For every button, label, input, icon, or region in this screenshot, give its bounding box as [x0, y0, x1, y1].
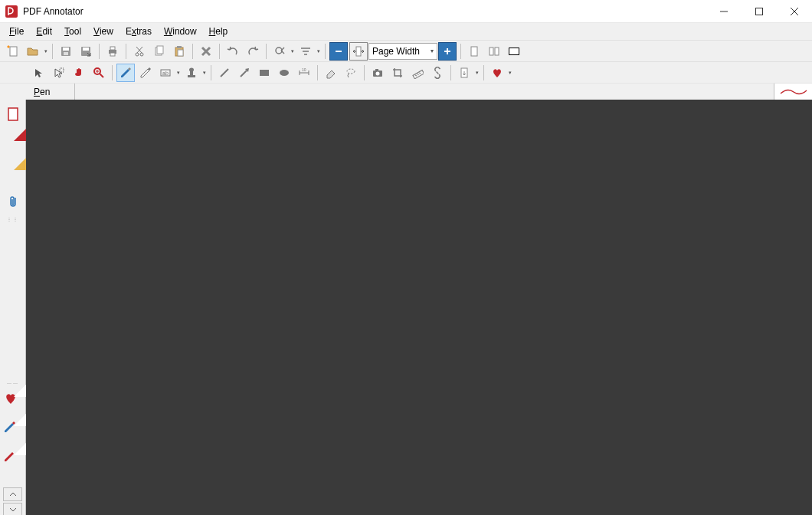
svg-rect-35	[471, 47, 477, 56]
zoom-tool[interactable]	[90, 64, 108, 82]
eraser-tool[interactable]	[322, 64, 340, 82]
app-icon	[5, 5, 18, 18]
sidebar-bookmark-yellow[interactable]	[0, 158, 26, 187]
svg-line-17	[136, 47, 142, 53]
menu-file[interactable]: File	[3, 25, 30, 38]
two-page-button[interactable]	[485, 42, 503, 61]
svg-line-63	[415, 74, 417, 76]
sidebar-bookmark-red[interactable]	[0, 129, 26, 158]
svg-point-25	[276, 48, 282, 54]
pen-tool[interactable]	[116, 64, 135, 82]
save-button[interactable]	[57, 42, 75, 61]
ellipse-tool[interactable]	[275, 64, 293, 82]
snapshot-tool[interactable]	[368, 64, 387, 82]
stamp-tool[interactable]	[182, 64, 201, 82]
filter-dropdown[interactable]	[316, 48, 322, 54]
svg-rect-61	[375, 69, 378, 71]
sidebar-scroll-down[interactable]	[3, 503, 22, 515]
favorites-button[interactable]	[488, 64, 506, 82]
find-dropdown[interactable]	[290, 48, 296, 54]
stamp-dropdown[interactable]	[201, 70, 208, 76]
redo-button[interactable]	[244, 42, 262, 61]
svg-rect-7	[63, 48, 69, 51]
svg-rect-12	[110, 47, 115, 50]
fit-page-button[interactable]	[349, 42, 368, 61]
open-button[interactable]	[24, 42, 42, 61]
svg-rect-8	[64, 52, 68, 55]
menu-help[interactable]: Help	[203, 25, 234, 38]
svg-rect-5	[10, 47, 17, 56]
svg-rect-37	[495, 48, 499, 55]
svg-text:ab: ab	[162, 71, 169, 76]
favorite-pen-blue[interactable]	[0, 414, 26, 443]
stroke-preview	[774, 84, 812, 100]
text-dropdown[interactable]	[175, 70, 182, 76]
toolbar-tools: ab 10	[0, 61, 812, 83]
svg-rect-67	[8, 108, 18, 120]
line-tool[interactable]	[215, 64, 234, 82]
extract-dropdown[interactable]	[474, 70, 480, 76]
toolbar-main: Page Width ▾	[0, 40, 812, 61]
menu-edit[interactable]: Edit	[30, 25, 58, 38]
link-tool[interactable]	[428, 64, 447, 82]
svg-rect-48	[190, 71, 193, 75]
zoom-in-button[interactable]	[438, 42, 457, 61]
svg-line-50	[221, 69, 228, 77]
tool-info-row: Pen	[0, 83, 812, 100]
cut-button[interactable]	[130, 42, 149, 61]
document-canvas[interactable]	[26, 100, 812, 515]
arrow-tool[interactable]	[235, 64, 254, 82]
save-as-button[interactable]	[77, 42, 95, 61]
select-tool[interactable]	[50, 64, 68, 82]
find-button[interactable]	[270, 42, 289, 61]
measure-tool[interactable]	[408, 64, 427, 82]
svg-rect-19	[157, 46, 163, 54]
pointer-tool[interactable]	[30, 64, 48, 82]
open-dropdown[interactable]	[43, 48, 49, 54]
print-button[interactable]	[103, 42, 122, 61]
menu-extras[interactable]: Extras	[120, 25, 158, 38]
zoom-combo[interactable]: Page Width ▾	[368, 43, 437, 60]
title-bar: PDF Annotator	[0, 0, 812, 23]
crop-tool[interactable]	[388, 64, 407, 82]
text-tool[interactable]: ab	[156, 64, 175, 82]
lasso-tool[interactable]	[342, 64, 360, 82]
zoom-out-button[interactable]	[329, 42, 348, 61]
single-page-button[interactable]	[465, 42, 483, 61]
menu-window[interactable]: Window	[158, 25, 203, 38]
svg-rect-2	[756, 8, 763, 15]
marker-tool[interactable]	[136, 64, 155, 82]
menu-tool[interactable]: Tool	[58, 25, 87, 38]
svg-point-53	[280, 70, 289, 76]
fullscreen-button[interactable]	[505, 42, 523, 61]
rectangle-tool[interactable]	[255, 64, 273, 82]
favorite-heart[interactable]	[0, 385, 26, 414]
pan-tool[interactable]	[70, 64, 88, 82]
svg-rect-0	[5, 5, 18, 18]
svg-point-14	[136, 53, 139, 56]
minimize-button[interactable]	[706, 0, 742, 23]
delete-button[interactable]	[197, 42, 215, 61]
extract-button[interactable]	[455, 64, 473, 82]
sidebar-attachment-icon[interactable]	[0, 187, 25, 216]
undo-button[interactable]	[224, 42, 242, 61]
zoom-value: Page Width	[372, 46, 420, 57]
menu-bar: File Edit Tool View Extras Window Help	[0, 23, 812, 40]
sidebar-page-icon[interactable]	[0, 100, 25, 129]
close-button[interactable]	[777, 0, 812, 23]
svg-point-15	[140, 53, 143, 56]
svg-rect-39	[509, 48, 519, 54]
maximize-button[interactable]	[742, 0, 777, 23]
svg-rect-52	[260, 70, 269, 76]
paste-button[interactable]	[170, 42, 188, 61]
menu-view[interactable]: View	[87, 25, 120, 38]
new-button[interactable]	[4, 42, 22, 61]
filter-button[interactable]	[296, 42, 315, 61]
favorite-pen-red[interactable]	[0, 443, 26, 472]
svg-point-49	[189, 67, 194, 71]
window-title: PDF Annotator	[23, 6, 83, 17]
sidebar-scroll-up[interactable]	[3, 487, 22, 501]
favorites-dropdown[interactable]	[507, 70, 513, 76]
copy-button[interactable]	[150, 42, 169, 61]
dimension-tool[interactable]: 10	[295, 64, 313, 82]
